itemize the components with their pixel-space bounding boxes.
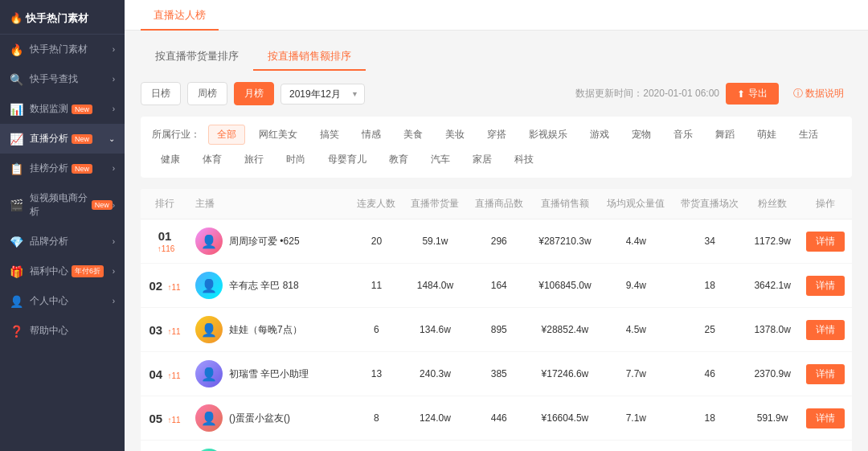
lianmai-cell: 6 [350, 308, 403, 352]
sidebar-item-ranking-analysis[interactable]: 📋 挂榜分析 New › [0, 154, 125, 183]
logo-icon: 🔥 [10, 12, 23, 24]
sub-tabs: 按直播带货量排序 按直播销售额排序 [141, 43, 852, 71]
rank-cell: 06 ↑13 [141, 441, 189, 452]
new-badge: New [72, 134, 92, 144]
discount-badge: 年付6折 [72, 265, 104, 277]
detail-button[interactable]: 详情 [806, 232, 845, 252]
sidebar-item-benefits-center[interactable]: 🎁 福利中心 年付6折 › [0, 256, 125, 286]
date-select-wrapper: 2019年12月 2019年11月 2019年10月 [280, 84, 365, 105]
daihuoliang-cell: 134.6w [403, 308, 467, 352]
sidebar-item-live-analysis[interactable]: 📈 直播分析 New ⌄ [0, 124, 125, 154]
chart-icon: 📈 [10, 133, 23, 146]
detail-button[interactable]: 详情 [806, 408, 845, 428]
shangpin-cell: 446 [467, 396, 530, 441]
action-cell: 详情 [798, 264, 852, 308]
sidebar-item-help-center[interactable]: ❓ 帮助中心 [0, 316, 125, 346]
industry-tag-jiankang[interactable]: 健康 [152, 150, 189, 170]
industry-tag-jiaju[interactable]: 家居 [464, 150, 501, 170]
period-month-btn[interactable]: 月榜 [234, 82, 274, 105]
search-icon: 🔍 [10, 73, 23, 86]
detail-button[interactable]: 详情 [806, 320, 845, 340]
industry-tag-wanghong[interactable]: 网红美女 [250, 125, 306, 145]
sidebar-item-short-video-ecom[interactable]: 🎬 短视频电商分析 New › [0, 183, 125, 227]
fenshu-cell: 263.8w [747, 441, 798, 452]
industry-tag-tiyu[interactable]: 体育 [194, 150, 231, 170]
period-day-btn[interactable]: 日榜 [141, 82, 181, 105]
rank-number: 01 [158, 229, 172, 243]
industry-tag-muying[interactable]: 母婴育儿 [319, 150, 375, 170]
table-header-row: 排行 主播 连麦人数 直播带货量 直播商品数 直播销售额 场均观众量值 带货直播… [141, 189, 852, 219]
anchor-cell: 👤 周周珍可爱 •625 [189, 219, 350, 264]
anchor-cell: 👤 娃娃（每晚7点） [189, 308, 350, 352]
industry-tag-shenghuo[interactable]: 生活 [790, 125, 827, 145]
industry-tag-qinggan[interactable]: 情感 [353, 125, 390, 145]
industry-tag-qiche[interactable]: 汽车 [422, 150, 459, 170]
rank-cell: 02 ↑11 [141, 264, 189, 308]
xiaoshoue-cell: ¥17246.6w [530, 352, 599, 396]
industry-tag-caipei[interactable]: 穿搭 [478, 125, 515, 145]
rankings-table-wrapper: 排行 主播 连麦人数 直播带货量 直播商品数 直播销售额 场均观众量值 带货直播… [141, 189, 852, 451]
sub-tab-sales-rank[interactable]: 按直播销售额排序 [253, 43, 366, 71]
xiaoshoue-cell: ¥16604.5w [530, 396, 599, 441]
industry-tag-lvxing[interactable]: 旅行 [235, 150, 272, 170]
rankings-table: 排行 主播 连麦人数 直播带货量 直播商品数 直播销售额 场均观众量值 带货直播… [141, 189, 852, 451]
industry-tag-meishi[interactable]: 美食 [395, 125, 432, 145]
sidebar-item-hot-material[interactable]: 🔥 快手热门素材 › [0, 35, 125, 64]
shangpin-cell: 164 [467, 264, 530, 308]
col-fenshu: 粉丝数 [747, 189, 798, 219]
sub-tab-goods-rank[interactable]: 按直播带货量排序 [141, 43, 253, 71]
table-row: 02 ↑11 👤 辛有志 辛巴 818 11 1484.0w 164 ¥1068… [141, 264, 852, 308]
sidebar-item-personal-center[interactable]: 👤 个人中心 › [0, 286, 125, 316]
xiaoshoue-cell: ¥106845.0w [530, 264, 599, 308]
data-explain-button[interactable]: ⓘ 数据说明 [785, 83, 852, 105]
fenshu-cell: 1172.9w [747, 219, 798, 264]
new-badge: New [72, 164, 92, 174]
detail-button[interactable]: 详情 [806, 276, 845, 296]
shangpin-cell: 1257 [467, 441, 530, 452]
changci-cell: 18 [673, 264, 747, 308]
lianmai-cell: 8 [350, 396, 403, 441]
sidebar-item-brand-analysis[interactable]: 💎 品牌分析 › [0, 227, 125, 256]
industry-tag-keji[interactable]: 科技 [506, 150, 542, 170]
tab-live-ranking[interactable]: 直播达人榜 [141, 0, 219, 31]
rank-change: ↑11 [167, 283, 180, 292]
sidebar-item-data-monitor[interactable]: 📊 数据监测 New › [0, 94, 125, 124]
industry-tag-shishang[interactable]: 时尚 [277, 150, 314, 170]
industry-tag-yingshi[interactable]: 影视娱乐 [520, 125, 576, 145]
industry-tag-youxi[interactable]: 游戏 [581, 125, 618, 145]
help-icon: ❓ [10, 325, 23, 338]
lianmai-cell: 1 [350, 441, 403, 452]
detail-button[interactable]: 详情 [806, 364, 845, 384]
industry-tag-wudao[interactable]: 舞蹈 [706, 125, 743, 145]
action-cell: 详情 [798, 352, 852, 396]
rank-cell: 03 ↑11 [141, 308, 189, 352]
daihuoliang-cell: 59.1w [403, 219, 467, 264]
industry-tag-all[interactable]: 全部 [208, 125, 245, 145]
anchor-name: 周周珍可爱 •625 [229, 235, 300, 248]
industry-tag-chongwu[interactable]: 宠物 [623, 125, 660, 145]
rank-cell: 01 ↑116 [141, 219, 189, 264]
monitor-icon: 📊 [10, 103, 23, 116]
anchor-cell: 👤 初瑞雪 辛巴小助理 [189, 352, 350, 396]
fenshu-cell: 1378.0w [747, 308, 798, 352]
date-select[interactable]: 2019年12月 2019年11月 2019年10月 [280, 84, 365, 105]
update-time-label: 数据更新时间：2020-01-01 06:00 [575, 87, 719, 100]
industry-tag-mengwa[interactable]: 萌娃 [748, 125, 785, 145]
changci-cell: 44 [673, 441, 747, 452]
rank-number: 04 [149, 367, 162, 381]
col-xiaoshoue: 直播销售额 [530, 189, 599, 219]
industry-tag-yinyue[interactable]: 音乐 [665, 125, 702, 145]
fenshu-cell: 591.9w [747, 396, 798, 441]
industry-tag-jiaoyu[interactable]: 教育 [380, 150, 417, 170]
table-row: 06 ↑13 👤 半姐广州开服装厂 1 73.8w 1257 ¥16044.7w… [141, 441, 852, 452]
industry-tag-gaoxiao[interactable]: 搞笑 [311, 125, 348, 145]
content-area: 按直播带货量排序 按直播销售额排序 日榜 周榜 月榜 2019年12月 2019… [125, 31, 868, 451]
export-button[interactable]: ⬆ 导出 [726, 83, 779, 105]
sidebar-item-account-search[interactable]: 🔍 快手号查找 › [0, 64, 125, 94]
period-week-btn[interactable]: 周榜 [187, 82, 227, 105]
daihuoliang-cell: 240.3w [403, 352, 467, 396]
anchor-avatar: 👤 [195, 360, 223, 387]
action-cell: 详情 [798, 441, 852, 452]
industry-tag-meizhang[interactable]: 美妆 [436, 125, 473, 145]
chevron-right-icon: › [113, 237, 115, 246]
